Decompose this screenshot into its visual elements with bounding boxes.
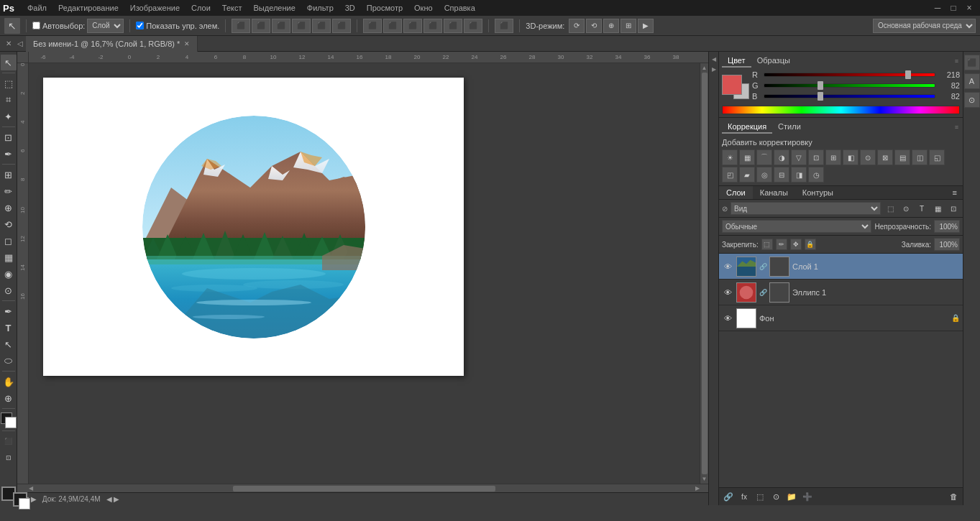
crop-tool[interactable]: ⊡ (1, 129, 17, 145)
show-transform-checkbox[interactable] (136, 22, 144, 29)
lasso-tool[interactable]: ⌗ (1, 92, 17, 108)
channelmixer-icon[interactable]: ⊠ (877, 149, 893, 165)
menu-layers[interactable]: Слои (187, 4, 215, 12)
swatches-btn[interactable]: A (964, 73, 980, 89)
tab-channels[interactable]: Каналы (753, 186, 795, 199)
layer-eye-3[interactable]: 👁 (722, 313, 733, 324)
photofilter-icon[interactable]: ⊙ (860, 149, 876, 165)
vertical-scrollbar[interactable]: ▲ ▼ (700, 63, 708, 484)
horizontal-scrollbar[interactable]: ◀ ▶ (17, 484, 708, 492)
vibrance-icon[interactable]: ▽ (791, 149, 807, 165)
lock-transparent-btn[interactable]: ⬚ (761, 239, 773, 250)
menu-help[interactable]: Справка (440, 4, 480, 12)
gradientmap-icon[interactable]: ▰ (739, 167, 755, 183)
menu-file[interactable]: Файл (23, 4, 51, 12)
color-panel-options[interactable]: ≡ (953, 56, 960, 66)
menu-3d[interactable]: 3D (341, 4, 360, 12)
type-tool[interactable]: T (1, 320, 17, 336)
dodge-tool[interactable]: ⊙ (1, 282, 17, 298)
screen-mode-btn[interactable]: ⊡ (1, 450, 17, 466)
invert-icon[interactable]: ◫ (912, 149, 928, 165)
delete-layer-btn[interactable]: 🗑 (947, 490, 960, 503)
pen-tool[interactable]: ✒ (1, 303, 17, 319)
curves-icon[interactable]: ⌒ (756, 149, 772, 165)
extra-icon3[interactable]: ◷ (808, 167, 824, 183)
layer-eye-2[interactable]: 👁 (722, 287, 733, 298)
shape-tool[interactable]: ⬭ (1, 353, 17, 369)
tab-swatches[interactable]: Образцы (751, 55, 796, 68)
bg-color-bottom[interactable] (19, 498, 30, 510)
expand-panel-btn[interactable]: ▶ (710, 65, 718, 73)
scroll-left-arrow[interactable]: ◀ (29, 485, 33, 492)
b-slider[interactable] (764, 94, 935, 98)
adjustment-panel-btn[interactable]: ⊙ (964, 92, 980, 108)
foreground-swatch[interactable] (722, 75, 742, 95)
eyedropper-tool[interactable]: ✒ (1, 146, 17, 162)
link-layers-btn[interactable]: 🔗 (722, 490, 735, 503)
menu-edit[interactable]: Редактирование (54, 4, 123, 12)
brightness-icon[interactable]: ☀ (722, 149, 738, 165)
align-middle-btn[interactable]: ⬛ (312, 19, 331, 33)
tab-paths[interactable]: Контуры (795, 186, 841, 199)
menu-image[interactable]: Изображение (126, 4, 184, 12)
path-selection-tool[interactable]: ↖ (1, 336, 17, 352)
mask-btn[interactable]: ⬚ (754, 490, 766, 503)
scroll-up-arrow[interactable]: ▲ (702, 65, 707, 71)
r-slider[interactable] (764, 73, 935, 77)
quick-mask-btn[interactable]: ⬛ (1, 433, 17, 449)
scroll-down-arrow[interactable]: ▼ (702, 476, 707, 482)
3d-btn2[interactable]: ⟲ (586, 19, 602, 33)
document-tab[interactable]: Без имени-1 @ 16,7% (Слой 1, RGB/8) * ✕ (26, 36, 198, 52)
dist-h-btn[interactable]: ⬛ (363, 19, 382, 33)
workspace-select[interactable]: Основная рабочая среда (873, 19, 976, 33)
layer-row-2[interactable]: 👁 🔗 Эллипс 1 (719, 280, 963, 305)
group-btn[interactable]: 📁 (785, 490, 798, 503)
fill-input[interactable] (934, 238, 960, 251)
healing-tool[interactable]: ⊞ (1, 167, 17, 183)
fx-btn[interactable]: fx (738, 490, 751, 503)
selectivecolor-icon[interactable]: ◎ (756, 167, 772, 183)
menu-select[interactable]: Выделение (249, 4, 300, 12)
lock-position-btn[interactable]: ✥ (790, 239, 802, 250)
marquee-tool[interactable]: ⬚ (1, 75, 17, 91)
tab-close-icon[interactable]: ✕ (184, 40, 190, 47)
dist-btn6[interactable]: ⬛ (464, 19, 482, 33)
canvas-container[interactable] (29, 63, 700, 484)
close-button[interactable]: × (961, 0, 977, 16)
colorbalance-icon[interactable]: ⊞ (825, 149, 841, 165)
collapse-panel-btn[interactable]: ◀ (710, 55, 718, 63)
hand-tool[interactable]: ✋ (1, 374, 17, 389)
auto-type-select[interactable]: Слой (87, 19, 124, 33)
eraser-tool[interactable]: ◻ (1, 233, 17, 249)
menu-filter[interactable]: Фильтр (303, 4, 338, 12)
align-bottom-btn[interactable]: ⬛ (332, 19, 351, 33)
hsl-icon[interactable]: ⊡ (808, 149, 824, 165)
maximize-button[interactable]: □ (945, 0, 961, 16)
dist-btn4[interactable]: ⬛ (423, 19, 442, 33)
extra-icon2[interactable]: ◨ (791, 167, 807, 183)
scroll-thumb-v[interactable] (702, 73, 707, 474)
new-layer-btn[interactable]: ➕ (801, 490, 814, 503)
tab-prev-btn[interactable]: ◁ (14, 40, 26, 47)
exposure-icon[interactable]: ◑ (774, 149, 789, 165)
layer-row-1[interactable]: 👁 🔗 Слой 1 (719, 254, 963, 280)
history-brush-tool[interactable]: ⟲ (1, 216, 17, 232)
clone-tool[interactable]: ⊕ (1, 200, 17, 216)
levels-icon[interactable]: ▦ (739, 149, 755, 165)
dist-v-btn[interactable]: ⬛ (383, 19, 402, 33)
move-tool-icon[interactable]: ↖ (4, 18, 20, 34)
auto-transform-checkbox[interactable] (32, 22, 40, 29)
blend-mode-select[interactable]: Обычные (722, 220, 871, 233)
threshold-icon[interactable]: ◰ (722, 167, 738, 183)
align-right-btn[interactable]: ⬛ (272, 19, 290, 33)
3d-btn1[interactable]: ⟳ (569, 19, 585, 33)
layer-row-3[interactable]: 👁 Фон 🔒 (719, 305, 963, 331)
blur-tool[interactable]: ◉ (1, 266, 17, 282)
lock-all-btn[interactable]: 🔒 (805, 239, 816, 250)
scroll-right-arrow[interactable]: ▶ (695, 485, 700, 492)
scroll-thumb-h[interactable] (233, 486, 495, 492)
layer-filter-select[interactable]: Вид (731, 202, 881, 215)
menu-text[interactable]: Текст (218, 4, 247, 12)
tab-styles[interactable]: Стили (772, 121, 807, 134)
filter-type-btn[interactable]: T (915, 202, 928, 215)
